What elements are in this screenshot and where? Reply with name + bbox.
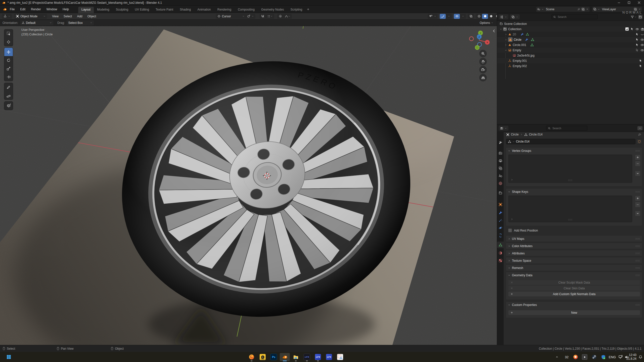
- camera-view-button[interactable]: [479, 66, 487, 73]
- workspace-tab-layout[interactable]: Layout: [78, 7, 94, 13]
- menu-help[interactable]: Help: [60, 8, 72, 11]
- tab-object-data[interactable]: [497, 242, 504, 248]
- tool-cursor[interactable]: [4, 38, 13, 46]
- taskbar-app-firefox[interactable]: [247, 353, 257, 361]
- menu-select[interactable]: Select: [61, 15, 74, 18]
- outliner-row-collection[interactable]: Collection: [497, 26, 644, 32]
- workspace-tab-rendering[interactable]: Rendering: [214, 7, 234, 13]
- outliner-row-20[interactable]: 20: [497, 32, 644, 37]
- perspective-toggle-button[interactable]: [479, 74, 487, 81]
- panel-grip-icon[interactable]: [635, 274, 640, 276]
- add-workspace-button[interactable]: [307, 8, 310, 11]
- workspace-tab-animation[interactable]: Animation: [194, 7, 214, 13]
- tab-object[interactable]: [497, 201, 504, 208]
- panel-header-shape-keys[interactable]: Shape Keys: [506, 189, 642, 195]
- menu-object[interactable]: Object: [85, 15, 99, 18]
- panel-remesh[interactable]: Remesh: [506, 264, 642, 271]
- workspace-tab-shading[interactable]: Shading: [177, 7, 194, 13]
- datablock-name[interactable]: Circle.014: [516, 140, 530, 143]
- menu-render[interactable]: Render: [28, 8, 44, 11]
- panel-header-vertex-groups[interactable]: Vertex Groups: [506, 148, 642, 154]
- gizmos-dropdown[interactable]: [446, 14, 452, 19]
- shape-key-add-button[interactable]: [635, 196, 640, 201]
- taskbar-app-lfs-blue-1[interactable]: LFS: [313, 353, 323, 361]
- taskbar-app-photoshop[interactable]: Ps: [269, 353, 279, 361]
- tool-annotate[interactable]: [4, 83, 13, 91]
- shape-key-specials-button[interactable]: [635, 211, 640, 216]
- tab-particles[interactable]: [497, 217, 504, 223]
- tab-scene[interactable]: [497, 172, 504, 179]
- minimize-button[interactable]: [614, 0, 624, 5]
- tab-world[interactable]: [497, 180, 504, 187]
- menu-window[interactable]: Window: [44, 8, 60, 11]
- workspace-tab-compositing[interactable]: Compositing: [234, 7, 258, 13]
- new-collection-button[interactable]: [638, 15, 642, 19]
- hide-eye-icon[interactable]: [635, 27, 639, 31]
- tool-rotate[interactable]: [4, 56, 13, 64]
- panel-grip-icon[interactable]: [635, 191, 640, 193]
- maximize-button[interactable]: [624, 0, 634, 5]
- outliner-row-empty-001[interactable]: Empty.001: [497, 58, 644, 63]
- editor-type-selector[interactable]: [2, 14, 12, 19]
- snap-toggle[interactable]: [260, 14, 266, 19]
- tray-temperature[interactable]: 32: [565, 352, 569, 362]
- hide-eye-icon[interactable]: [640, 43, 644, 47]
- tray-clock[interactable]: 12:43 21.8.24: [626, 352, 636, 362]
- remove-viewlayer-icon[interactable]: [638, 8, 641, 11]
- tray-expand-chevron[interactable]: [555, 352, 558, 362]
- tray-security-icon[interactable]: [601, 352, 606, 362]
- panel-grip-icon[interactable]: [635, 267, 640, 269]
- outliner-editor-type[interactable]: [499, 14, 508, 19]
- tray-player-icon[interactable]: [582, 352, 587, 362]
- hide-eye-icon[interactable]: [640, 38, 644, 41]
- selectable-icon[interactable]: [635, 33, 639, 36]
- taskbar-app-file-explorer[interactable]: [291, 353, 301, 361]
- show-object-types[interactable]: [428, 14, 438, 19]
- overlays-dropdown[interactable]: [460, 14, 466, 19]
- selectable-icon[interactable]: [635, 38, 639, 41]
- fake-user-shield-button[interactable]: [636, 139, 642, 144]
- shading-material-button[interactable]: [488, 14, 494, 19]
- drag-dropdown[interactable]: Select Box: [67, 20, 94, 25]
- new-scene-icon[interactable]: [581, 8, 585, 11]
- shading-solid-button[interactable]: [482, 14, 488, 19]
- datablock-name-field[interactable]: Circle.014: [506, 139, 635, 144]
- workspace-tab-geometry-nodes[interactable]: Geometry Nodes: [258, 7, 287, 13]
- menu-view[interactable]: View: [50, 15, 61, 18]
- tool-add-cube[interactable]: [4, 101, 13, 110]
- properties-options-dropdown[interactable]: [637, 126, 642, 130]
- workspace-tab-scripting[interactable]: Scripting: [287, 7, 306, 13]
- expander-icon[interactable]: [505, 33, 507, 36]
- properties-editor-type[interactable]: [499, 126, 508, 131]
- tab-collection[interactable]: [497, 190, 504, 196]
- workspace-tab-uv-editing[interactable]: UV Editing: [132, 7, 152, 13]
- sidebar-collapse-arrow[interactable]: [492, 29, 496, 33]
- scene-selector[interactable]: Scene: [536, 7, 590, 12]
- selectable-outline-icon[interactable]: [635, 49, 639, 52]
- panel-grip-icon[interactable]: [635, 245, 640, 247]
- overlays-toggle[interactable]: [454, 14, 460, 19]
- tray-amd-icon[interactable]: [573, 352, 578, 362]
- panel-grip-icon[interactable]: [635, 304, 640, 306]
- vertex-group-remove-button[interactable]: [635, 161, 640, 166]
- options-dropdown[interactable]: Options: [480, 21, 493, 25]
- tab-physics[interactable]: [497, 224, 504, 231]
- tab-constraints[interactable]: [497, 232, 504, 239]
- outliner-row-scene-collection[interactable]: Scene Collection: [497, 21, 644, 26]
- panel-grip-icon[interactable]: [635, 238, 640, 240]
- shape-key-remove-button[interactable]: [635, 202, 640, 207]
- outliner-search-input[interactable]: [557, 15, 596, 19]
- outliner-row-empty-002[interactable]: Empty.002: [497, 63, 644, 69]
- vertex-group-add-button[interactable]: [635, 155, 640, 160]
- vertex-group-specials-button[interactable]: [635, 171, 640, 176]
- gizmos-toggle[interactable]: [440, 14, 446, 19]
- selectable-icon[interactable]: [635, 43, 639, 47]
- workspace-tab-sculpting[interactable]: Sculpting: [113, 7, 132, 13]
- tool-move[interactable]: [4, 48, 13, 56]
- panel-uv-maps[interactable]: UV Maps: [506, 235, 642, 242]
- panel-grip-icon[interactable]: [635, 260, 640, 262]
- menu-edit[interactable]: Edit: [17, 8, 28, 11]
- tab-tool[interactable]: [497, 139, 504, 146]
- add-custom-split-normals-button[interactable]: Add Custom Split Normals Data: [508, 292, 640, 296]
- menu-file[interactable]: File: [7, 8, 17, 11]
